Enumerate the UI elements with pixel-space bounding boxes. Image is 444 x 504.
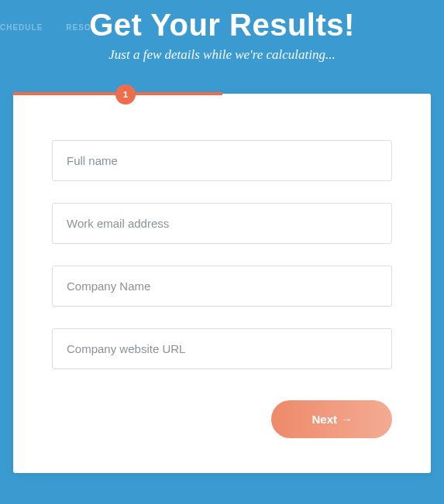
button-row: Next → bbox=[52, 400, 392, 438]
next-button[interactable]: Next → bbox=[271, 400, 392, 438]
bg-nav-item: CHEDULE bbox=[0, 23, 43, 32]
fullname-input[interactable] bbox=[52, 140, 392, 181]
company-input[interactable] bbox=[52, 266, 392, 307]
form-group-email bbox=[52, 203, 392, 244]
background-nav: CHEDULE RESO bbox=[0, 23, 91, 32]
form-group-website bbox=[52, 328, 392, 369]
form-card: 1 Next → bbox=[13, 94, 431, 473]
step-badge: 1 bbox=[115, 84, 136, 105]
bg-nav-item: RESO bbox=[66, 23, 91, 32]
form-group-company bbox=[52, 266, 392, 307]
email-input[interactable] bbox=[52, 203, 392, 244]
arrow-right-icon: → bbox=[342, 413, 352, 425]
next-button-label: Next bbox=[311, 413, 337, 426]
form-group-fullname bbox=[52, 140, 392, 181]
progress-bar bbox=[13, 92, 431, 95]
page-subtitle: Just a few details while we're calculati… bbox=[0, 47, 444, 63]
website-input[interactable] bbox=[52, 328, 392, 369]
